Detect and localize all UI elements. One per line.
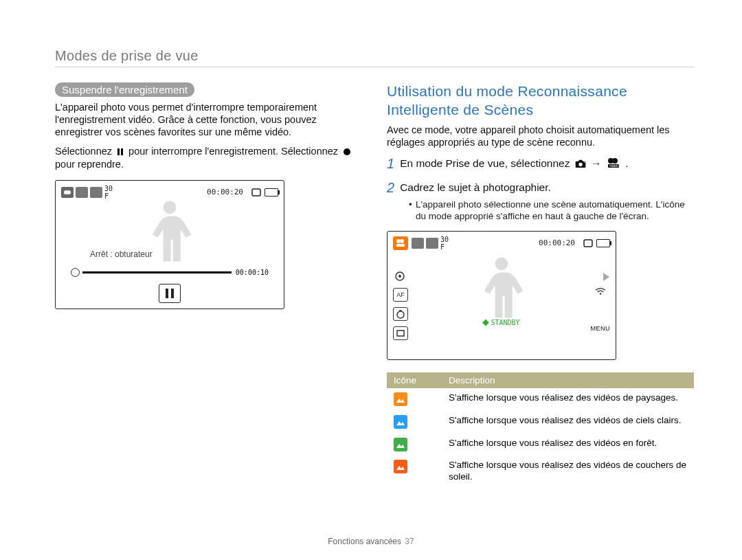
step2-bullet: L'appareil photo sélectionne une scène a… [409,199,694,223]
subject-silhouette [135,194,204,273]
table-desc: S'affiche lorsque vous réalisez des vidé… [442,411,694,434]
svg-point-18 [397,311,404,318]
af-icon[interactable]: AF [393,288,408,302]
smart-video-icon: SMART [607,157,620,168]
subsection-pill: Suspendre l'enregistrement [55,82,194,97]
card-icon [251,188,262,197]
svg-point-9 [612,158,618,164]
landscape-icon [394,438,407,451]
landscape-icon [394,415,407,429]
step-number-1: 1 [387,155,394,172]
lcd1-bar-time: 00:00:10 [236,269,269,276]
table-row: S'affiche lorsque vous réalisez des vidé… [387,456,694,487]
standby-dot-icon [482,319,489,326]
standby-indicator: STANDBY [483,319,519,326]
svg-rect-14 [396,244,405,247]
quality-icon [90,187,102,198]
svg-point-20 [599,293,601,295]
svg-point-17 [398,275,401,278]
left-column: Suspendre l'enregistrement L'appareil ph… [55,82,362,487]
lcd2-left-icons: AF [393,270,408,340]
header-divider [55,67,694,67]
quality-icon [426,238,438,249]
svg-point-6 [578,163,582,166]
camera-icon: v [575,159,586,168]
timer-off-icon[interactable] [393,307,408,321]
smart-mode-icon [393,236,408,250]
lcd2-right-icons: MENU [591,287,611,332]
right-title: Utilisation du mode Reconnaissance Intel… [387,82,694,120]
table-row: S'affiche lorsque vous réalisez des vidé… [387,411,694,434]
table-row: S'affiche lorsque vous réalisez des vidé… [387,388,694,411]
th-desc: Description [442,372,694,388]
focus-mode-icon [394,271,406,282]
svg-rect-1 [121,148,123,155]
right-intro: Avec ce mode, votre appareil photo chois… [387,124,694,148]
timeline: 00:00:10 [71,268,269,277]
right-column: Utilisation du mode Reconnaissance Intel… [387,82,694,487]
svg-point-4 [67,190,71,194]
svg-point-2 [344,148,350,155]
record-icon [343,148,351,156]
wifi-icon[interactable] [594,287,607,299]
svg-rect-19 [397,331,404,336]
page-footer: Fonctions avancées 37 [0,537,742,546]
size-icon [76,187,88,198]
step-2: 2 Cadrez le sujet à photographier. [387,179,694,197]
mode-icon [61,187,74,198]
pause-icon [117,148,124,156]
left-paragraph-1: L'appareil photo vous permet d'interromp… [55,101,362,138]
lcd2-top-left-icons: 30F [393,236,449,251]
play-triangle-icon[interactable] [603,271,610,284]
table-row: S'affiche lorsque vous réalisez des vidé… [387,434,694,456]
scene-icon-table: Icône Description S'affiche lorsque vous… [387,372,694,487]
section-header: Modes de prise de vue [55,48,694,64]
table-desc: S'affiche lorsque vous réalisez des vidé… [442,388,694,411]
fps-icon: 30F [104,185,113,200]
lcd2-top-right: 00:00:20 [539,238,610,247]
svg-rect-5 [252,189,260,196]
svg-rect-15 [584,240,592,247]
lcd1-timecode: 00:00:20 [207,188,243,197]
lcd-screenshot-pause: 30F 00:00:20 Arrêt : obturateur [55,180,284,309]
battery-icon [265,188,278,197]
table-desc: S'affiche lorsque vous réalisez des vidé… [442,434,694,456]
step-1: 1 En mode Prise de vue, sélectionnez v →… [387,155,694,172]
pause-button[interactable] [159,284,181,303]
svg-rect-0 [117,148,120,155]
menu-icon[interactable]: MENU [591,325,611,332]
svg-text:SMART: SMART [609,164,619,168]
lcd-screenshot-smart: 30F 00:00:20 AF [387,231,616,360]
th-icon: Icône [387,372,442,388]
table-desc: S'affiche lorsque vous réalisez des vidé… [442,456,694,487]
step-number-2: 2 [387,179,394,197]
card-icon [583,239,594,247]
landscape-icon [394,392,407,406]
progress-handle [71,268,80,277]
lcd1-label: Arrêt : obturateur [90,249,153,259]
display-icon[interactable] [393,326,408,340]
size-icon [412,238,424,249]
landscape-icon [394,460,407,473]
lcd2-timecode: 00:00:20 [539,238,575,247]
battery-icon [596,239,610,247]
progress-track [82,271,232,273]
subject-silhouette [467,251,536,329]
lcd1-top-right: 00:00:20 [207,188,278,197]
left-paragraph-2: Sélectionnez pour interrompre l'enregist… [55,145,362,170]
svg-point-13 [400,239,404,243]
fps-icon: 30F [440,236,449,251]
lcd1-top-left-icons: 30F [61,185,113,200]
